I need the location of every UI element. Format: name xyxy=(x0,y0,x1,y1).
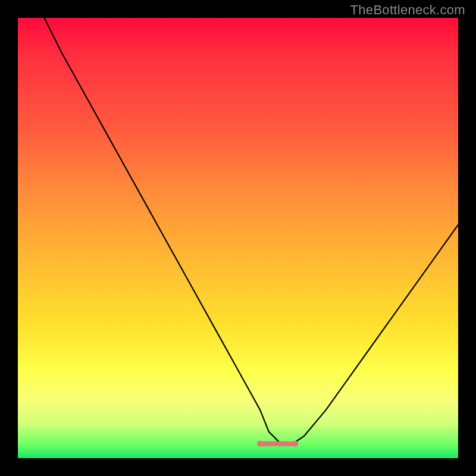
bottom-marker-dot-left xyxy=(257,441,263,447)
bottleneck-curve-line xyxy=(44,18,458,445)
watermark-text: TheBottleneck.com xyxy=(350,2,465,18)
bottom-marker-dot-right xyxy=(292,441,298,447)
curve-svg xyxy=(18,18,458,458)
chart-frame: TheBottleneck.com xyxy=(0,0,476,476)
plot-area xyxy=(18,18,458,458)
